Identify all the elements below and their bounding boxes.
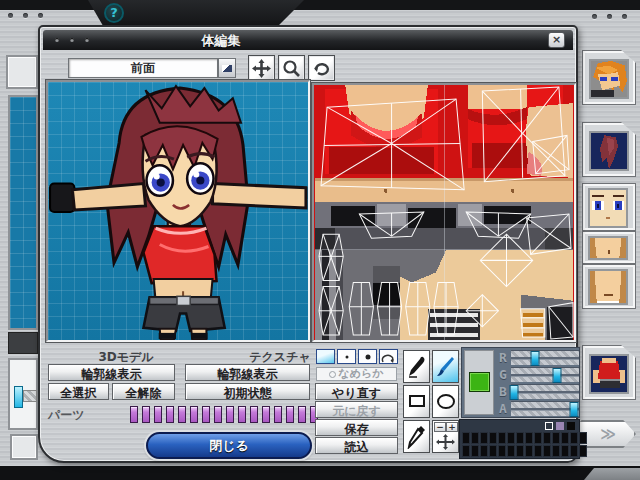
texture-map <box>314 85 574 340</box>
part-chip[interactable] <box>130 406 138 423</box>
load-button[interactable]: 読込 <box>315 437 398 454</box>
part-chip[interactable] <box>274 406 282 423</box>
deselect-all-button[interactable]: 全解除 <box>112 383 175 400</box>
recent-swatch[interactable] <box>545 422 553 430</box>
part-chip[interactable] <box>166 406 174 423</box>
current-color-swatch[interactable] <box>469 372 490 392</box>
brush-soft-button[interactable] <box>316 349 335 364</box>
channel-slider-track[interactable] <box>511 384 579 399</box>
part-chip[interactable] <box>214 406 222 423</box>
palette-cell[interactable] <box>480 445 488 457</box>
view-dropdown-button[interactable] <box>218 58 236 78</box>
model-3d-viewport[interactable] <box>48 82 308 340</box>
close-icon[interactable]: × <box>548 32 565 48</box>
texture-uv-viewport[interactable] <box>314 85 574 340</box>
palette-cell[interactable] <box>579 432 587 444</box>
palette-cell[interactable] <box>516 432 524 444</box>
rectangle-tool-button[interactable] <box>403 385 430 418</box>
palette-cell[interactable] <box>498 432 506 444</box>
redo-button[interactable]: やり直す <box>315 383 398 400</box>
sidebar-item-face-texture[interactable] <box>582 183 636 231</box>
part-chip[interactable] <box>190 406 198 423</box>
sidebar-item-hair[interactable] <box>582 122 636 177</box>
titlebar-screws <box>55 38 89 42</box>
channel-slider-track[interactable] <box>511 367 579 382</box>
brush-size-large-button[interactable] <box>358 349 377 364</box>
ellipse-tool-button[interactable] <box>432 385 459 418</box>
background-slider-handle[interactable] <box>14 386 23 408</box>
palette-cell[interactable] <box>543 445 551 457</box>
palette-cell[interactable] <box>507 432 515 444</box>
palette-cell[interactable] <box>471 445 479 457</box>
palette-cell[interactable] <box>534 432 542 444</box>
sidebar-item-body-back[interactable] <box>582 345 636 400</box>
part-chip[interactable] <box>286 406 294 423</box>
palette-cell[interactable] <box>552 445 560 457</box>
palette-cell[interactable] <box>462 445 470 457</box>
part-chip[interactable] <box>226 406 234 423</box>
palette-cell[interactable] <box>462 432 470 444</box>
texture-outline-toggle-button[interactable]: 輪郭線表示 <box>185 364 310 381</box>
palette-cell[interactable] <box>471 432 479 444</box>
palette-cell[interactable] <box>525 432 533 444</box>
select-all-button[interactable]: 全選択 <box>48 383 109 400</box>
model-outline-toggle-button[interactable]: 輪郭線表示 <box>48 364 175 381</box>
palette-cell[interactable] <box>570 445 578 457</box>
background-panel <box>6 55 38 89</box>
zoom-out-button[interactable]: − <box>434 422 446 432</box>
sidebar-item-torso-texture-2[interactable] <box>582 264 636 309</box>
part-chip[interactable] <box>154 406 162 423</box>
zoom-tool-button[interactable] <box>278 55 305 81</box>
pan-arrows-icon <box>436 434 455 450</box>
recent-swatch[interactable] <box>567 422 575 430</box>
part-chip[interactable] <box>178 406 186 423</box>
zoom-in-button[interactable]: + <box>446 422 458 432</box>
pen-tool-button[interactable] <box>403 350 430 383</box>
palette-cell[interactable] <box>498 445 506 457</box>
part-chip[interactable] <box>298 406 306 423</box>
part-chip[interactable] <box>202 406 210 423</box>
part-chip[interactable] <box>238 406 246 423</box>
part-chip[interactable] <box>142 406 150 423</box>
save-button[interactable]: 保存 <box>315 419 398 436</box>
channel-slider-handle[interactable] <box>531 351 540 366</box>
eyedropper-tool-button[interactable] <box>403 420 430 453</box>
palette-cell[interactable] <box>525 445 533 457</box>
move-tool-button[interactable] <box>248 55 275 81</box>
smooth-toggle-button[interactable]: なめらか <box>316 367 397 381</box>
palette-cell[interactable] <box>480 432 488 444</box>
channel-slider-track[interactable] <box>511 401 579 416</box>
brush-size-small-button[interactable] <box>337 349 356 364</box>
part-chip[interactable] <box>250 406 258 423</box>
palette-cell[interactable] <box>516 445 524 457</box>
palette-cell[interactable] <box>579 445 587 457</box>
texture-reset-button[interactable]: 初期状態 <box>185 383 310 400</box>
palette-cell[interactable] <box>543 432 551 444</box>
palette-cell[interactable] <box>570 432 578 444</box>
lasso-button[interactable] <box>379 349 398 364</box>
palette-cell[interactable] <box>552 432 560 444</box>
undo-button[interactable]: 元に戻す <box>315 401 398 418</box>
channel-slider-handle[interactable] <box>509 385 518 400</box>
rotate-tool-button[interactable] <box>308 55 335 81</box>
eyedropper-icon <box>407 425 426 449</box>
dialog-titlebar[interactable]: 体編集 × <box>43 30 573 50</box>
palette-cell[interactable] <box>507 445 515 457</box>
help-button[interactable]: ? <box>104 3 124 23</box>
sidebar-item-torso-texture-1[interactable] <box>582 231 636 264</box>
view-direction-select[interactable]: 前面 <box>68 58 218 78</box>
channel-slider-track[interactable] <box>511 350 579 365</box>
palette-cell[interactable] <box>561 445 569 457</box>
palette-cell[interactable] <box>561 432 569 444</box>
palette-cell[interactable] <box>534 445 542 457</box>
pan-zoom-tool-button[interactable]: − + <box>432 420 459 453</box>
brush-tool-button[interactable] <box>432 350 459 383</box>
palette-cell[interactable] <box>489 432 497 444</box>
channel-slider-handle[interactable] <box>570 402 579 417</box>
recent-swatch[interactable] <box>556 422 564 430</box>
part-chip[interactable] <box>262 406 270 423</box>
channel-slider-handle[interactable] <box>553 368 562 383</box>
dialog-close-button[interactable]: 閉じる <box>146 432 312 459</box>
sidebar-item-face-front[interactable] <box>582 50 636 105</box>
palette-cell[interactable] <box>489 445 497 457</box>
